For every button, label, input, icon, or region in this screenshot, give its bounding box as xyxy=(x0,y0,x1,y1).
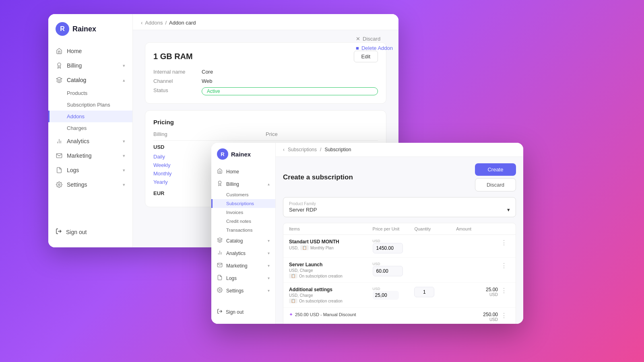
row-menu-1[interactable]: ⋮ xyxy=(498,262,510,269)
row-menu-0[interactable]: ⋮ xyxy=(498,239,510,247)
breadcrumb-sep-2: / xyxy=(320,147,321,152)
qty-input-2[interactable] xyxy=(414,287,434,297)
create-button[interactable]: Create xyxy=(475,163,516,176)
marketing-icon-2 xyxy=(217,262,223,269)
analytics-icon-2 xyxy=(217,250,223,257)
item-qty-2[interactable] xyxy=(414,287,456,297)
row-menu-3[interactable]: ⋮ xyxy=(498,312,510,319)
sidebar-item-subscription-plans[interactable]: Subscription Plans xyxy=(48,99,132,111)
row-menu-2[interactable]: ⋮ xyxy=(498,287,510,294)
pricing-title: Pricing xyxy=(153,119,378,125)
edit-button[interactable]: Edit xyxy=(354,51,378,62)
sidebar2-item-invoices[interactable]: Invoices xyxy=(211,208,275,217)
items-table: Items Price per Unit Quantity Amount Sta… xyxy=(283,223,516,324)
chevron-down-icon-settings-2: ▾ xyxy=(268,288,270,293)
sidebar2-home-label: Home xyxy=(226,169,239,175)
status-badge: Active xyxy=(202,87,378,95)
sidebar-item-analytics[interactable]: Analytics ▾ xyxy=(48,134,132,148)
create-subscription-area: Create a subscription Create Discard Pro… xyxy=(276,157,523,324)
sidebar2-subscriptions-label: Subscriptions xyxy=(226,201,254,206)
sidebar-item-logs-label: Logs xyxy=(67,167,79,173)
chevron-down-icon: ▾ xyxy=(123,63,125,68)
sidebar2-item-home[interactable]: Home xyxy=(211,165,275,178)
sidebar2-item-customers[interactable]: Customers xyxy=(211,190,275,199)
sidebar2-settings-label: Settings xyxy=(226,288,244,294)
discard-link[interactable]: ✕ Discard xyxy=(356,36,393,42)
sidebar2-item-transactions[interactable]: Transactions xyxy=(211,226,275,234)
sidebar2-analytics-label: Analytics xyxy=(226,251,246,256)
signout-button-2[interactable]: Sign out xyxy=(211,306,275,318)
price-input-0[interactable]: 1450.00 xyxy=(373,243,403,253)
sidebar2-item-credit-notes[interactable]: Credit notes xyxy=(211,217,275,226)
delete-addon-link[interactable]: ■ Delete Addon xyxy=(356,45,393,51)
status-label: Status xyxy=(153,87,202,95)
marketing-icon xyxy=(56,152,63,159)
sidebar-1: R Rainex Home Billing ▾ Catalog ▴ Produc… xyxy=(48,14,133,247)
chevron-up-icon: ▴ xyxy=(123,78,125,83)
chevron-down-icon-analytics-2: ▾ xyxy=(268,251,270,255)
signout-button[interactable]: Sign out xyxy=(48,224,132,239)
header-buttons: Create Discard xyxy=(475,163,516,191)
product-family-select[interactable]: Product Family Server RDP ▾ xyxy=(283,197,516,217)
chevron-down-icon-select: ▾ xyxy=(507,207,510,213)
sidebar-item-marketing[interactable]: Marketing ▾ xyxy=(48,148,132,163)
settings-icon-2 xyxy=(217,287,223,294)
addon-header: 1 GB RAM Edit xyxy=(153,51,378,62)
home-icon xyxy=(56,47,63,55)
svg-point-12 xyxy=(219,289,221,291)
sidebar-item-logs[interactable]: Logs ▾ xyxy=(48,163,132,177)
table-row: Additional settings USD, Charge 📋 On sub… xyxy=(283,283,516,308)
sidebar-item-home[interactable]: Home xyxy=(48,44,132,58)
sidebar2-item-catalog[interactable]: Catalog ▾ xyxy=(211,234,275,247)
analytics-icon xyxy=(56,138,63,145)
table-row: Server Launch USD, Charge 📋 On subscript… xyxy=(283,258,516,283)
sidebar-item-settings[interactable]: Settings ▾ xyxy=(48,177,132,192)
sidebar-item-settings-label: Settings xyxy=(67,181,87,188)
sidebar2-item-analytics[interactable]: Analytics ▾ xyxy=(211,247,275,259)
sidebar2-item-logs[interactable]: Logs ▾ xyxy=(211,272,275,284)
item-name-1: Server Launch USD, Charge 📋 On subscript… xyxy=(289,262,373,278)
breadcrumb-separator: / xyxy=(165,20,167,26)
sidebar2-billing-label: Billing xyxy=(226,181,239,187)
sidebar-2: R Rainex Home Billing ▴ Customers Subscr… xyxy=(211,143,276,324)
logo-text-2: Rainex xyxy=(231,151,251,158)
col-items: Items xyxy=(289,226,373,231)
discard-button[interactable]: Discard xyxy=(475,178,516,191)
logo-icon: R xyxy=(56,22,69,36)
sidebar2-item-marketing[interactable]: Marketing ▾ xyxy=(211,259,275,272)
home-icon-2 xyxy=(217,168,223,175)
sidebar-item-billing[interactable]: Billing ▾ xyxy=(48,58,132,73)
sidebar-item-addons-label: Addons xyxy=(67,113,85,119)
svg-point-5 xyxy=(58,184,60,185)
internal-name-value: Core xyxy=(202,69,378,75)
price-header: Price xyxy=(266,131,378,137)
breadcrumb: ‹ Addons / Addon card xyxy=(133,14,398,30)
price-input-1[interactable]: 60.00 xyxy=(373,266,403,276)
chevron-down-icon-logs-2: ▾ xyxy=(268,276,270,280)
price-input-2[interactable] xyxy=(373,291,399,300)
addon-title: 1 GB RAM xyxy=(153,52,193,61)
col-quantity: Quantity xyxy=(414,226,456,231)
billing-icon xyxy=(56,62,63,69)
breadcrumb-back-icon[interactable]: ‹ xyxy=(141,20,142,26)
sidebar-item-addons[interactable]: Addons xyxy=(48,111,132,122)
sidebar2-item-settings[interactable]: Settings ▾ xyxy=(211,284,275,297)
sidebar-item-analytics-label: Analytics xyxy=(67,138,89,144)
sidebar2-catalog-label: Catalog xyxy=(226,238,243,244)
signout-icon xyxy=(56,228,62,236)
items-table-header: Items Price per Unit Quantity Amount xyxy=(283,223,516,235)
discount-icon: ✦ xyxy=(289,312,293,317)
sidebar2-item-billing[interactable]: Billing ▴ xyxy=(211,178,275,190)
sidebar-item-products[interactable]: Products xyxy=(48,87,132,99)
sidebar-item-charges[interactable]: Charges xyxy=(48,122,132,134)
chevron-up-icon-2: ▴ xyxy=(268,182,270,186)
billing-icon-2 xyxy=(217,181,223,187)
addon-card: 1 GB RAM Edit Internal name Core Channel… xyxy=(145,42,386,104)
sidebar-item-billing-label: Billing xyxy=(67,62,82,69)
breadcrumb-back-icon-2[interactable]: ‹ xyxy=(283,147,285,152)
logo-text: Rainex xyxy=(72,25,96,33)
catalog-icon xyxy=(56,76,63,84)
sidebar-item-catalog[interactable]: Catalog ▴ xyxy=(48,73,132,87)
sidebar2-item-subscriptions[interactable]: Subscriptions xyxy=(211,199,275,208)
discard-label: Discard xyxy=(363,36,380,42)
